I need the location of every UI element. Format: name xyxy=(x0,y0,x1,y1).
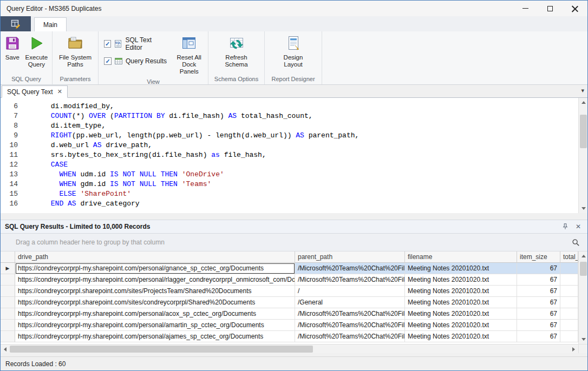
grid-cell-total_hash[interactable] xyxy=(560,308,578,320)
scrollbar-thumb[interactable] xyxy=(580,262,587,276)
code-line[interactable]: 8 di.item_type, xyxy=(1,121,578,131)
grid-cell-drive_path[interactable]: https://condreycorprpl-my.sharepoint.com… xyxy=(15,331,295,342)
tab-main[interactable]: Main xyxy=(34,17,67,31)
grid-cell-filename[interactable]: Meeting Notes 20201020.txt xyxy=(405,308,517,320)
line-number: 6 xyxy=(1,102,18,111)
grid-cell-filename[interactable]: Meeting Notes 20201020.txt xyxy=(405,331,517,342)
search-icon[interactable] xyxy=(572,239,580,247)
grid-cell-drive_path[interactable]: https://condreycorprpl.sharepoint.com/si… xyxy=(15,297,295,308)
maximize-button[interactable] xyxy=(538,1,563,16)
window-controls xyxy=(513,1,587,16)
row-indicator xyxy=(1,297,15,308)
checkbox-icon[interactable]: ✓ xyxy=(104,40,111,48)
grid-cell-parent_path[interactable]: /Microsoft%20Teams%20Chat%20Files xyxy=(295,320,405,331)
grid-cell-item_size[interactable]: 67 xyxy=(517,274,560,286)
table-row[interactable]: https://condreycorprpl-my.sharepoint.com… xyxy=(1,320,578,331)
code-line[interactable]: 10 d.web_url AS drive_path, xyxy=(1,141,578,150)
code-line[interactable]: 14 WHEN gdm.id IS NOT NULL THEN 'Teams' xyxy=(1,180,578,189)
code-line[interactable]: 13 WHEN udm.id IS NOT NULL THEN 'OneDriv… xyxy=(1,170,578,180)
column-header-total_hash[interactable]: total_hash xyxy=(560,251,578,263)
grid-cell-parent_path[interactable]: /Microsoft%20Teams%20Chat%20Files xyxy=(295,263,405,274)
grid-cell-drive_path[interactable]: https://condreycorprpl-my.sharepoint.com… xyxy=(15,274,295,286)
table-row[interactable]: ▶https://condreycorprpl-my.sharepoint.co… xyxy=(1,263,578,274)
grid-cell-total_hash[interactable] xyxy=(560,320,578,331)
grid-cell-parent_path[interactable]: /Microsoft%20Teams%20Chat%20Files xyxy=(295,331,405,342)
table-row[interactable]: https://condreycorprpl-my.sharepoint.com… xyxy=(1,274,578,286)
grid-cell-filename[interactable]: Meeting Notes 20201020.txt xyxy=(405,297,517,308)
sql-text-editor-icon: SQL xyxy=(114,39,122,48)
panel-splitter[interactable] xyxy=(1,213,587,220)
reset-all-dock-panels-button[interactable]: Reset All Dock Panels xyxy=(172,33,206,77)
table-row[interactable]: https://condreycorprpl-my.sharepoint.com… xyxy=(1,331,578,342)
grid-cell-total_hash[interactable] xyxy=(560,297,578,308)
save-button[interactable]: Save xyxy=(3,33,22,73)
table-row[interactable]: https://condreycorprpl-my.sharepoint.com… xyxy=(1,308,578,320)
panel-close-icon[interactable]: ✕ xyxy=(576,223,581,230)
grid-cell-total_hash[interactable] xyxy=(560,331,578,342)
grid-cell-total_hash[interactable] xyxy=(560,286,578,297)
execute-query-button[interactable]: Execute Query xyxy=(23,33,50,73)
grid-cell-total_hash[interactable] xyxy=(560,263,578,274)
column-header-filename[interactable]: filename xyxy=(405,251,517,263)
code-line[interactable]: 11 srs.bytes_to_hex_string(di.file_hash)… xyxy=(1,150,578,160)
grid-cell-parent_path[interactable]: / xyxy=(295,286,405,297)
checkbox-icon[interactable]: ✓ xyxy=(104,57,112,65)
minimize-button[interactable] xyxy=(513,1,538,16)
grid-cell-item_size[interactable]: 67 xyxy=(517,297,560,308)
sql-text-editor-checkbox[interactable]: ✓ SQL SQL Text Editor xyxy=(104,36,168,51)
refresh-schema-button[interactable]: Refresh Schema xyxy=(219,33,254,73)
query-results-checkbox[interactable]: ✓ Query Results xyxy=(104,57,168,65)
code-line[interactable]: 6 di.modified_by, xyxy=(1,102,578,111)
code-line[interactable]: 16 END AS drive_category xyxy=(1,199,578,209)
chevron-down-icon[interactable]: ▾ xyxy=(581,87,584,94)
table-row[interactable]: https://condreycorprpl.sharepoint.com/si… xyxy=(1,286,578,297)
column-header-item_size[interactable]: item_size xyxy=(517,251,560,263)
scroll-down-icon[interactable] xyxy=(579,204,588,213)
grid-cell-item_size[interactable]: 67 xyxy=(517,263,560,274)
column-header-drive_path[interactable]: drive_path xyxy=(15,251,295,263)
table-row[interactable]: https://condreycorprpl.sharepoint.com/si… xyxy=(1,297,578,308)
code-line[interactable]: 12 CASE xyxy=(1,160,578,170)
grid-vertical-scrollbar[interactable] xyxy=(578,251,587,344)
grid-cell-parent_path[interactable]: /Microsoft%20Teams%20Chat%20Files xyxy=(295,308,405,320)
tab-sql-query-text[interactable]: SQL Query Text ✕ xyxy=(2,85,68,98)
editor-vertical-scrollbar[interactable] xyxy=(578,98,587,213)
grid-cell-item_size[interactable]: 67 xyxy=(517,286,560,297)
scroll-up-icon[interactable] xyxy=(579,98,588,107)
grid-cell-filename[interactable]: Meeting Notes 20201020.txt xyxy=(405,263,517,274)
grid-cell-filename[interactable]: Meeting Notes 20201020.txt xyxy=(405,320,517,331)
scroll-right-icon[interactable] xyxy=(569,345,578,354)
code-line[interactable]: 15 ELSE 'SharePoint' xyxy=(1,189,578,199)
app-menu-button[interactable] xyxy=(1,16,31,31)
titlebar[interactable]: Query Editor - MS365 Duplicates xyxy=(1,1,587,16)
grid-cell-item_size[interactable]: 67 xyxy=(517,308,560,320)
grid-horizontal-scrollbar[interactable] xyxy=(1,344,578,353)
grid-cell-filename[interactable]: Meeting Notes 20201020.txt xyxy=(405,286,517,297)
grid-cell-filename[interactable]: Meeting Notes 20201020.txt xyxy=(405,274,517,286)
grid-cell-drive_path[interactable]: https://condreycorprpl-my.sharepoint.com… xyxy=(15,263,295,274)
grid-cell-total_hash[interactable] xyxy=(560,274,578,286)
scroll-up-icon[interactable] xyxy=(579,251,588,261)
scroll-down-icon[interactable] xyxy=(579,335,588,344)
grid-cell-drive_path[interactable]: https://condreycorprpl.sharepoint.com/si… xyxy=(15,286,295,297)
code-line[interactable]: 7 COUNT(*) OVER (PARTITION BY di.file_ha… xyxy=(1,111,578,121)
grid-cell-parent_path[interactable]: /Microsoft%20Teams%20Chat%20Files xyxy=(295,274,405,286)
tab-close-icon[interactable]: ✕ xyxy=(57,88,62,95)
grid-cell-drive_path[interactable]: https://condreycorprpl-my.sharepoint.com… xyxy=(15,308,295,320)
file-system-paths-button[interactable]: File System Paths xyxy=(55,33,95,73)
grid-cell-parent_path[interactable]: /General xyxy=(295,297,405,308)
grid-cell-drive_path[interactable]: https://condreycorprpl-my.sharepoint.com… xyxy=(15,320,295,331)
scroll-left-icon[interactable] xyxy=(1,345,10,354)
scrollbar-thumb[interactable] xyxy=(10,346,313,353)
grid-cell-item_size[interactable]: 67 xyxy=(517,320,560,331)
ribbon-group-schema-options: Refresh Schema Schema Options xyxy=(208,31,265,84)
design-layout-button[interactable]: Design Layout xyxy=(278,33,309,73)
grid-cell-item_size[interactable]: 67 xyxy=(517,331,560,342)
sql-editor[interactable]: 6 di.modified_by,7 COUNT(*) OVER (PARTIT… xyxy=(1,98,578,213)
column-header-parent_path[interactable]: parent_path xyxy=(295,251,405,263)
close-button[interactable] xyxy=(563,1,587,16)
code-line[interactable]: 9 RIGHT(pp.web_url, length(pp.web_url) -… xyxy=(1,131,578,141)
scrollbar-thumb[interactable] xyxy=(580,115,587,148)
group-by-bar[interactable]: Drag a column header here to group by th… xyxy=(1,234,587,251)
pin-icon[interactable] xyxy=(561,223,569,230)
